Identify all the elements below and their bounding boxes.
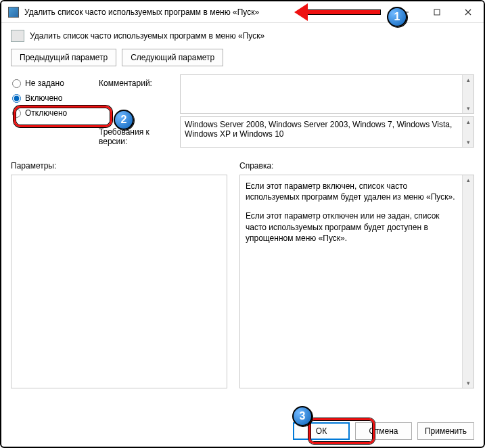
- help-paragraph: Если этот параметр отключен или не задан…: [246, 210, 459, 244]
- radio-disabled[interactable]: Отключено: [11, 106, 99, 120]
- window-title: Удалить список часто используемых програ…: [24, 7, 259, 17]
- scrollbar[interactable]: ▴▾: [462, 175, 474, 388]
- comment-textarea[interactable]: ▴▾: [180, 74, 474, 114]
- policy-title: Удалить список часто используемых програ…: [30, 31, 264, 41]
- comment-label: Комментарий:: [99, 76, 180, 92]
- radio-label: Включено: [25, 93, 62, 103]
- titlebar: Удалить список часто используемых програ…: [1, 1, 484, 23]
- scrollbar[interactable]: ▴▾: [462, 117, 474, 147]
- params-label: Параметры:: [11, 161, 227, 171]
- radio-enabled[interactable]: Включено: [11, 91, 99, 106]
- help-paragraph: Если этот параметр включен, список часто…: [246, 181, 459, 202]
- help-box: Если этот параметр включен, список часто…: [239, 175, 474, 388]
- radio-not-configured[interactable]: Не задано: [11, 76, 99, 91]
- radio-label: Отключено: [25, 108, 67, 118]
- requirements-label: Требования к версии:: [99, 125, 180, 150]
- apply-button[interactable]: Применить: [417, 422, 474, 440]
- radio-label: Не задано: [25, 79, 64, 88]
- help-label: Справка:: [239, 161, 474, 171]
- annotation-badge-3: 3: [292, 406, 313, 426]
- requirements-box: Windows Server 2008, Windows Server 2003…: [180, 116, 474, 148]
- annotation-badge-2: 2: [114, 110, 134, 130]
- cancel-button[interactable]: Отмена: [355, 422, 412, 440]
- svg-rect-1: [434, 9, 440, 15]
- requirements-text: Windows Server 2008, Windows Server 2003…: [185, 120, 452, 139]
- maximize-button[interactable]: [421, 1, 453, 23]
- scrollbar[interactable]: ▴▾: [462, 75, 474, 113]
- close-button[interactable]: [453, 1, 484, 23]
- params-box: [11, 175, 227, 388]
- annotation-arrow: [299, 10, 380, 14]
- prev-setting-button[interactable]: Предыдущий параметр: [11, 49, 116, 66]
- policy-header: Удалить список часто используемых програ…: [1, 23, 484, 46]
- app-icon: [8, 7, 19, 18]
- annotation-badge-1: 1: [387, 7, 407, 27]
- next-setting-button[interactable]: Следующий параметр: [122, 49, 223, 66]
- policy-icon: [11, 30, 24, 42]
